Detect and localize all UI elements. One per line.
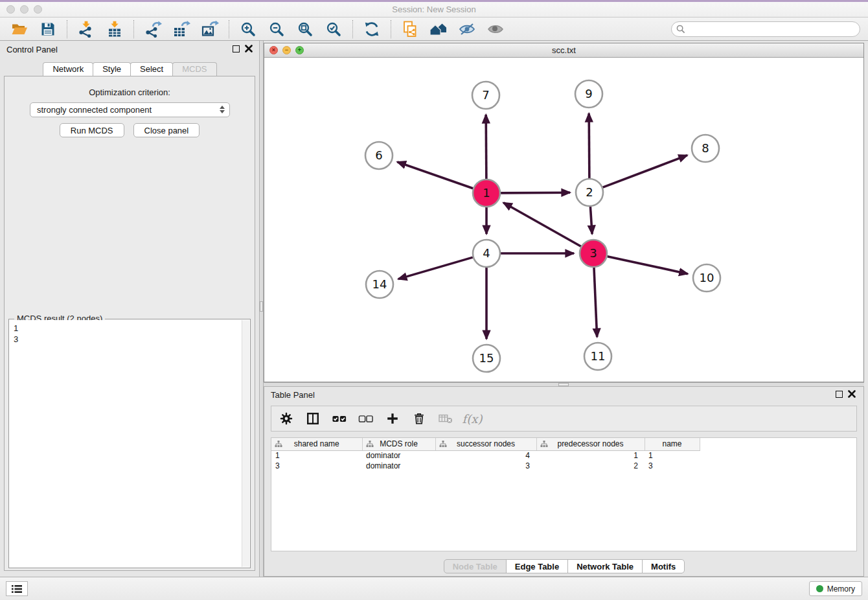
export-table-icon[interactable] bbox=[167, 19, 196, 40]
import-table-icon[interactable] bbox=[100, 19, 129, 40]
export-image-icon[interactable] bbox=[196, 19, 224, 40]
column-header-name[interactable]: name bbox=[645, 438, 700, 450]
close-panel-button[interactable]: Close panel bbox=[133, 123, 200, 137]
table-panel-float-icon[interactable] bbox=[836, 391, 843, 398]
mcds-result-value: 3 bbox=[14, 334, 238, 345]
hide-graphics-details-icon[interactable] bbox=[453, 19, 481, 40]
graph-edge-2-3[interactable] bbox=[590, 207, 592, 234]
column-type-icon bbox=[540, 440, 548, 448]
cell-predecessor-nodes[interactable]: 2 bbox=[536, 461, 645, 471]
cell-successor-nodes[interactable]: 3 bbox=[435, 461, 536, 471]
graph-node-label-7: 7 bbox=[482, 88, 489, 102]
function-builder-icon[interactable]: f(x) bbox=[464, 410, 481, 427]
horizontal-splitter[interactable] bbox=[264, 382, 864, 387]
run-mcds-button[interactable]: Run MCDS bbox=[60, 123, 124, 137]
network-view-window: × − + scc.txt 7968124314101511 bbox=[264, 43, 864, 382]
home-layout-icon[interactable] bbox=[424, 19, 453, 40]
toolbar-separator bbox=[352, 20, 353, 38]
graph-edge-1-2[interactable] bbox=[501, 192, 570, 193]
column-header-shared-name[interactable]: shared name bbox=[271, 438, 362, 450]
zoom-out-icon[interactable] bbox=[262, 19, 291, 40]
column-header-successor-nodes[interactable]: successor nodes bbox=[435, 438, 536, 450]
mcds-result-value: 1 bbox=[14, 323, 238, 334]
graph-node-label-3: 3 bbox=[589, 246, 597, 260]
main-toolbar bbox=[0, 17, 868, 41]
criterion-select[interactable]: strongly connected component bbox=[30, 102, 230, 117]
cell-name[interactable]: 3 bbox=[645, 461, 700, 471]
graph-edge-2-9[interactable] bbox=[589, 113, 589, 178]
add-column-icon[interactable] bbox=[384, 410, 401, 427]
graph-node-label-6: 6 bbox=[375, 148, 382, 162]
cell-mcds-role[interactable]: dominator bbox=[362, 450, 435, 461]
graph-node-label-14: 14 bbox=[372, 277, 387, 291]
control-panel-close-icon[interactable] bbox=[245, 45, 253, 52]
graph-edge-2-8[interactable] bbox=[603, 156, 687, 188]
cell-shared-name[interactable]: 3 bbox=[271, 461, 362, 471]
graph-node-label-9: 9 bbox=[585, 87, 592, 100]
tab-edge-table[interactable]: Edge Table bbox=[506, 559, 568, 573]
splitter-grip[interactable] bbox=[558, 383, 569, 386]
column-type-icon bbox=[439, 440, 447, 448]
memory-status-icon bbox=[816, 585, 823, 592]
tab-node-table[interactable]: Node Table bbox=[444, 559, 507, 573]
table-row[interactable]: 1 dominator 4 1 1 bbox=[271, 450, 700, 461]
table-panel: Table Panel f(x) bbox=[264, 387, 864, 577]
search-input[interactable] bbox=[671, 21, 860, 37]
vertical-splitter[interactable] bbox=[259, 41, 264, 577]
splitter-grip[interactable] bbox=[260, 301, 263, 312]
network-canvas[interactable]: 7968124314101511 bbox=[264, 58, 863, 382]
zoom-fit-icon[interactable] bbox=[291, 19, 319, 40]
tab-mcds[interactable]: MCDS bbox=[172, 62, 216, 76]
delete-column-trash-icon[interactable] bbox=[411, 410, 428, 427]
status-bar: Memory bbox=[0, 577, 868, 600]
graph-edge-1-6[interactable] bbox=[397, 162, 473, 189]
network-window-title: scc.txt bbox=[264, 45, 863, 55]
table-settings-gear-icon[interactable] bbox=[278, 410, 295, 427]
column-header-predecessor-nodes[interactable]: predecessor nodes bbox=[536, 438, 645, 450]
graph-edge-3-1[interactable] bbox=[503, 203, 581, 246]
graph-edge-3-10[interactable] bbox=[607, 257, 687, 274]
cell-successor-nodes[interactable]: 4 bbox=[435, 450, 536, 461]
zoom-in-icon[interactable] bbox=[234, 19, 262, 40]
select-all-rows-icon[interactable] bbox=[331, 410, 348, 427]
mcds-result-list[interactable]: 1 3 bbox=[10, 320, 242, 567]
search-field[interactable] bbox=[671, 21, 860, 37]
graph-edge-4-14[interactable] bbox=[398, 257, 473, 279]
graph-node-label-15: 15 bbox=[479, 351, 494, 365]
tab-network[interactable]: Network bbox=[43, 62, 93, 76]
export-network-icon[interactable] bbox=[139, 19, 167, 40]
control-panel-title: Control Panel bbox=[6, 45, 58, 54]
zoom-selected-icon[interactable] bbox=[319, 19, 348, 40]
tab-motifs[interactable]: Motifs bbox=[642, 559, 685, 573]
cell-mcds-role[interactable]: dominator bbox=[362, 461, 435, 471]
table-row[interactable]: 3 dominator 3 2 3 bbox=[271, 461, 700, 471]
column-header-mcds-role[interactable]: MCDS role bbox=[362, 438, 435, 450]
refresh-view-icon[interactable] bbox=[358, 19, 386, 40]
network-window-titlebar[interactable]: × − + scc.txt bbox=[264, 43, 863, 58]
save-session-icon[interactable] bbox=[34, 19, 62, 40]
result-scrollbar[interactable] bbox=[242, 320, 249, 567]
delete-table-icon[interactable] bbox=[437, 410, 454, 427]
open-session-icon[interactable] bbox=[5, 19, 34, 40]
column-type-icon bbox=[366, 440, 374, 448]
graph-edge-1-7[interactable] bbox=[486, 115, 486, 179]
cell-name[interactable]: 1 bbox=[645, 450, 700, 461]
control-panel-float-icon[interactable] bbox=[233, 45, 240, 52]
tab-style[interactable]: Style bbox=[93, 62, 131, 76]
cell-predecessor-nodes[interactable]: 1 bbox=[536, 450, 645, 461]
select-stepper-icon bbox=[220, 106, 225, 113]
table-panel-title: Table Panel bbox=[271, 390, 315, 400]
graph-edge-3-11[interactable] bbox=[594, 268, 597, 337]
import-network-icon[interactable] bbox=[72, 19, 100, 40]
graph-node-label-1: 1 bbox=[483, 186, 490, 200]
show-graphics-details-icon[interactable] bbox=[481, 19, 510, 40]
table-panel-close-icon[interactable] bbox=[848, 390, 856, 398]
cell-shared-name[interactable]: 1 bbox=[271, 450, 362, 461]
split-view-icon[interactable] bbox=[304, 410, 321, 427]
task-history-button[interactable] bbox=[6, 581, 28, 596]
memory-button[interactable]: Memory bbox=[809, 581, 862, 596]
tab-select[interactable]: Select bbox=[130, 62, 173, 76]
tab-network-table[interactable]: Network Table bbox=[567, 559, 643, 573]
deselect-all-rows-icon[interactable] bbox=[358, 410, 374, 427]
clone-network-icon[interactable] bbox=[396, 19, 424, 40]
